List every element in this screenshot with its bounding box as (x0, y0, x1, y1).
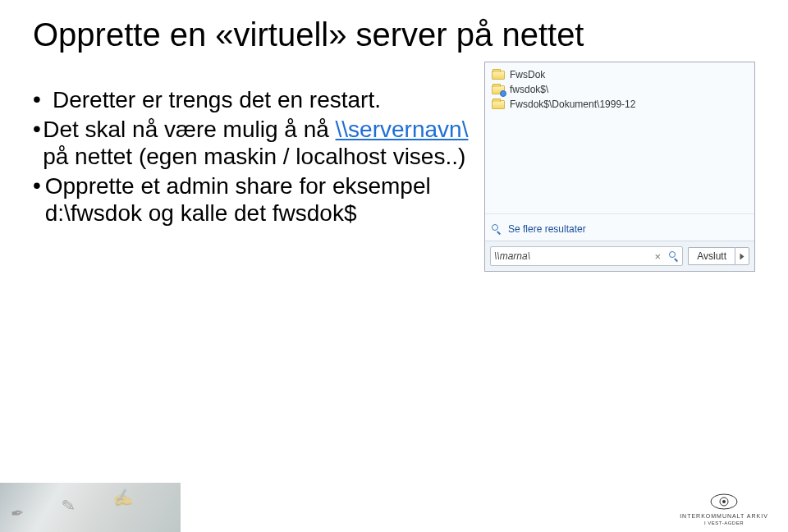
screenshot-column: FwsDok fwsdok$\ Fwsdok$\Dokument\1999-12… (476, 62, 755, 272)
search-result[interactable]: Fwsdok$\Dokument\1999-12 (490, 97, 749, 112)
slide-title: Opprette en «virtuell» server på nettet (0, 0, 788, 62)
clear-icon[interactable]: × (649, 250, 666, 263)
separator (485, 213, 754, 214)
search-result-label: FwsDok (510, 69, 545, 80)
search-input[interactable] (491, 250, 649, 262)
bullet-3: • Opprette et admin share for eksempel d… (33, 172, 476, 227)
bullet-3-text: Opprette et admin share for eksempel d:\… (45, 172, 476, 227)
search-result-label: fwsdok$\ (510, 84, 548, 95)
search-icon[interactable] (666, 250, 682, 263)
logo-caption-1: INTERKOMMUNALT ARKIV (680, 513, 768, 519)
shutdown-button[interactable]: Avslutt (688, 247, 735, 265)
bullet-1: • Deretter er trengs det en restart. (33, 86, 476, 114)
search-result[interactable]: FwsDok (490, 67, 749, 82)
search-box: × (490, 246, 683, 266)
text-column: • Deretter er trengs det en restart. • D… (33, 62, 476, 272)
bullet-2-post: på nettet (egen maskin / localhost vises… (43, 144, 465, 169)
search-results-list: FwsDok fwsdok$\ Fwsdok$\Dokument\1999-12 (485, 62, 754, 210)
footer-manuscript-image (0, 483, 181, 532)
slide-footer: INTERKOMMUNALT ARKIV I VEST-AGDER (0, 483, 788, 532)
folder-icon (492, 69, 505, 80)
search-icon (490, 222, 503, 236)
see-more-label: Se flere resultater (508, 223, 586, 235)
chevron-right-icon (740, 253, 744, 259)
bullet-1-text: Deretter er trengs det en restart. (53, 86, 381, 114)
eye-logo-icon (709, 492, 739, 511)
bullet-marker: • (33, 172, 45, 227)
footer-logo: INTERKOMMUNALT ARKIV I VEST-AGDER (675, 489, 773, 525)
folder-icon (492, 99, 505, 110)
bullet-marker: • (33, 86, 53, 114)
see-more-results[interactable]: Se flere resultater (485, 218, 754, 241)
bullet-2-text: Det skal nå være mulig å nå \\servernavn… (43, 116, 476, 171)
search-bar: × Avslutt (485, 241, 754, 271)
share-folder-icon (492, 84, 505, 95)
slide: Opprette en «virtuell» server på nettet … (0, 0, 788, 532)
bullet-2: • Det skal nå være mulig å nå \\serverna… (33, 116, 476, 171)
search-result[interactable]: fwsdok$\ (490, 82, 749, 97)
shutdown-button-group: Avslutt (688, 247, 749, 265)
servernavn-link[interactable]: \\servernavn\ (336, 117, 469, 142)
content-columns: • Deretter er trengs det en restart. • D… (0, 62, 788, 272)
bullet-marker: • (33, 116, 43, 171)
search-result-label: Fwsdok$\Dokument\1999-12 (510, 99, 635, 110)
start-menu-panel: FwsDok fwsdok$\ Fwsdok$\Dokument\1999-12… (484, 62, 755, 272)
logo-caption-2: I VEST-AGDER (704, 521, 744, 525)
shutdown-menu-button[interactable] (735, 247, 749, 265)
bullet-2-pre: Det skal nå være mulig å nå (43, 117, 335, 142)
svg-point-2 (722, 500, 726, 503)
